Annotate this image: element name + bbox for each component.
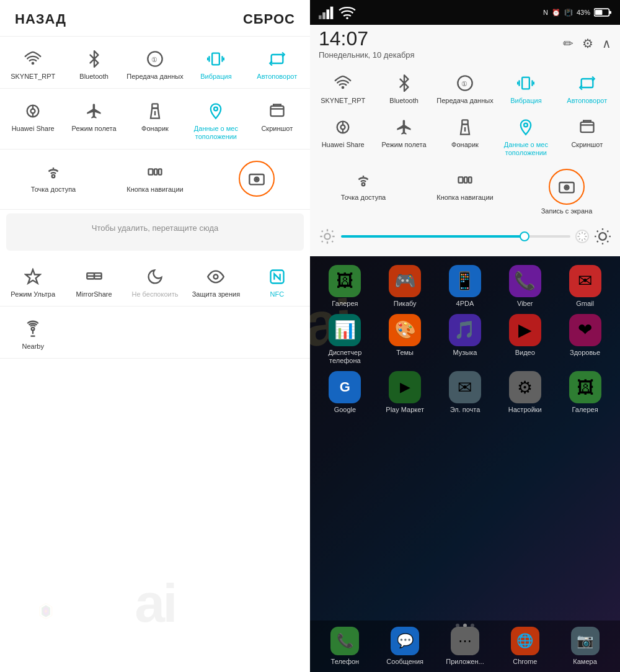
tile-nfc[interactable]: NFC [247,261,308,302]
tile-hotspot[interactable]: Точка доступа [2,156,104,203]
svg-marker-35 [40,603,52,619]
app-music-label: Музыка [453,349,477,357]
notif-tile-bluetooth[interactable]: Bluetooth [373,67,434,109]
tile-donotdisturb[interactable]: Не беспокоить [125,261,185,302]
svg-rect-22 [159,169,162,174]
tile-screenshot[interactable]: Скриншот [247,95,308,145]
back-button[interactable]: НАЗАД [15,11,66,27]
dock-apps[interactable]: ⋯ Приложен... [440,627,490,666]
notif-action-buttons: ✏ ⚙ ∧ [563,36,611,51]
tile-autorotate[interactable]: Автоповорот [247,43,308,84]
tile-huawei-share[interactable]: Huawei Share [2,95,63,145]
notif-tile-navbutton[interactable]: Кнопка навигации [414,164,516,219]
app-row-2: 📊 Диспетчер телефона 🎨 Темы 🎵 Музыка ▶ В… [315,314,615,365]
collapse-icon[interactable]: ∧ [602,36,611,51]
tile-bluetooth[interactable]: Bluetooth [63,43,124,84]
app-google[interactable]: G Google [320,371,370,414]
app-video[interactable]: ▶ Видео [500,314,550,365]
tile-location[interactable]: Данные о мес тоположении [185,95,246,145]
dock-chrome[interactable]: 🌐 Chrome [500,627,550,666]
app-music[interactable]: 🎵 Музыка [440,314,490,365]
dock-messages-label: Сообщения [386,658,423,666]
tile-vibration[interactable]: Вибрация [185,43,246,84]
notif-tile-wifi[interactable]: SKYNET_RPT [312,67,373,109]
tile-eyeprotect-label: Защита зрения [192,290,241,298]
clock-display: 14:07 [319,27,414,50]
tile-mirrorshare[interactable]: MirrorShare [63,261,124,302]
edit-icon[interactable]: ✏ [563,36,574,51]
notif-tile-location[interactable]: Данные о мес тоположении [495,111,556,161]
svg-point-25 [256,179,257,180]
tile-airplane[interactable]: Режим полета [63,95,124,145]
app-4pda[interactable]: 📱 4PDA [440,265,490,308]
notif-hotspot-icon [352,169,374,191]
notif-tile-wifi-label: SKYNET_RPT [321,97,365,105]
notif-tile-autorotate[interactable]: Автоповорот [557,67,618,109]
tile-ultramode-label: Режим Ультра [11,290,55,298]
app-gmail[interactable]: ✉ Gmail [560,265,610,308]
notif-tile-screenshot[interactable]: Скриншот [557,111,618,161]
svg-rect-40 [330,7,334,19]
tile-nearby[interactable]: Nearby [2,313,63,354]
notif-tile-airplane[interactable]: Режим полета [373,111,434,161]
ultramode-icon [22,266,44,288]
svg-rect-61 [580,122,593,132]
app-themes[interactable]: 🎨 Темы [380,314,430,365]
chrome-dock-icon: 🌐 [511,627,539,655]
tile-flashlight[interactable]: Фонарик [125,95,185,145]
app-dispatcher[interactable]: 📊 Диспетчер телефона [320,314,370,365]
navbutton-icon [144,161,166,183]
app-pikabu-label: Пикабу [394,300,417,308]
svg-rect-39 [326,9,329,19]
app-email[interactable]: ✉ Эл. почта [440,371,490,414]
app-gallery[interactable]: 🖼 Галерея [320,265,370,308]
home-screen: ai 🖼 Галерея 🎮 Пикабу 📱 4PDA 📞 Vi [310,256,620,672]
email-icon: ✉ [449,371,481,403]
app-viber[interactable]: 📞 Viber [500,265,550,308]
app-gallery2[interactable]: 🖼 Галерея [560,371,610,414]
app-settings[interactable]: ⚙ Настройки [500,371,550,414]
notif-tile-hotspot[interactable]: Точка доступа [312,164,414,219]
app-grid: 🖼 Галерея 🎮 Пикабу 📱 4PDA 📞 Viber ✉ [310,256,620,423]
tile-navbutton[interactable]: Кнопка навигации [104,156,206,203]
right-status-icons: N ⏰ 📳 43% [543,4,611,21]
notif-tile-data[interactable]: ① Передача данных [435,67,495,109]
app-4pda-label: 4PDA [456,300,474,308]
svg-rect-53 [581,79,593,87]
app-health[interactable]: ❤ Здоровье [560,314,610,365]
brightness-thumb[interactable] [520,231,529,241]
dock-camera[interactable]: 📷 Камера [560,627,610,666]
notif-tile-huawei[interactable]: Huawei Share [312,111,373,161]
app-email-label: Эл. почта [450,406,480,414]
reset-button[interactable]: СБРОС [243,11,295,27]
location-icon [205,100,227,122]
brightness-low-icon [319,228,336,245]
app-pikabu[interactable]: 🎮 Пикабу [380,265,430,308]
svg-rect-48 [523,78,530,89]
tile-autorotate-label: Автоповорот [257,73,297,81]
brightness-auto-toggle[interactable] [575,230,589,243]
notif-tile-vibration[interactable]: Вибрация [495,67,556,109]
left-panel-header: НАЗАД СБРОС [0,0,310,37]
tile-ultramode[interactable]: Режим Ультра [2,261,63,302]
app-playmarket[interactable]: ▶ Play Маркет [380,371,430,414]
notif-tile-screenrecord[interactable]: Запись с экрана [516,164,618,219]
svg-marker-36 [42,605,50,617]
brightness-slider[interactable] [341,235,570,238]
svg-rect-20 [149,169,153,174]
tile-wifi[interactable]: SKYNET_RPT [2,43,63,84]
svg-rect-16 [270,106,283,116]
tile-eyeprotect[interactable]: Защита зрения [185,261,246,302]
notif-tile-flashlight[interactable]: Фонарик [435,111,495,161]
tile-airplane-label: Режим полета [72,125,117,133]
left-panel: НАЗАД СБРОС SKYNET_RPT Bluetoo [0,0,310,672]
viber-icon: 📞 [509,265,541,297]
tile-data[interactable]: ① Передача данных [125,43,185,84]
dock-messages[interactable]: 💬 Сообщения [380,627,430,666]
notif-wifi-icon [332,72,354,94]
notif-tile-huawei-label: Huawei Share [322,141,365,149]
settings-icon[interactable]: ⚙ [582,36,593,51]
dock-phone[interactable]: 📞 Телефон [320,627,370,666]
tile-screenrecord[interactable] [206,156,308,203]
tile-bluetooth-label: Bluetooth [79,73,108,81]
